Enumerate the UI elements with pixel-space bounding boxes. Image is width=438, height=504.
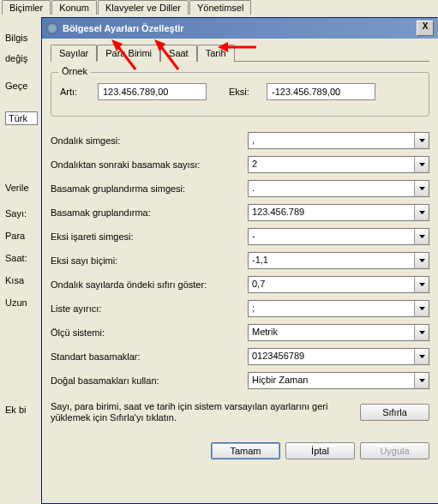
dialog-buttons: Tamam İptal Uygula <box>42 435 438 466</box>
dialog-title: Bölgesel Ayarları Özelleştir <box>63 23 184 33</box>
setting-label: Liste ayırıcı: <box>51 303 248 314</box>
bg-text: Bilgis <box>5 33 38 43</box>
bg-labels: Bilgis değiş Geçe Türk Verile Sayı: Para… <box>5 17 38 318</box>
chevron-down-icon[interactable] <box>414 349 429 364</box>
setting-label: Ölçü sistemi: <box>51 327 248 338</box>
chevron-down-icon[interactable] <box>414 301 429 316</box>
chevron-down-icon[interactable] <box>414 325 429 340</box>
setting-label: Eksi sayı biçimi: <box>51 255 248 266</box>
outer-tab-klavyeler[interactable]: Klavyeler ve Diller <box>98 0 189 15</box>
positive-label: Artı: <box>60 87 91 97</box>
combo-value: -1,1 <box>249 253 414 268</box>
svg-marker-0 <box>419 139 425 142</box>
positive-value: 123.456.789,00 <box>98 83 207 100</box>
svg-marker-9 <box>419 355 425 358</box>
svg-marker-8 <box>419 331 425 334</box>
example-fieldset: Örnek Artı: 123.456.789,00 Eksi: -123.45… <box>51 72 429 117</box>
standard-digits-combo[interactable]: 0123456789 <box>248 348 429 365</box>
combo-value: Hiçbir Zaman <box>249 373 414 388</box>
setting-label: Basamak gruplandırma: <box>51 207 248 218</box>
leading-zero-combo[interactable]: 0,7 <box>248 276 429 293</box>
bg-text: Kısa <box>5 275 38 285</box>
globe-icon <box>46 22 58 34</box>
bg-text: Ek bi <box>5 405 26 415</box>
ok-button[interactable]: Tamam <box>211 442 280 459</box>
grouping-symbol-combo[interactable]: . <box>248 180 429 197</box>
chevron-down-icon[interactable] <box>414 253 429 268</box>
cancel-button[interactable]: İptal <box>285 442 355 459</box>
apply-button[interactable]: Uygula <box>360 442 429 459</box>
setting-label: Basamak gruplandırma simgesi: <box>51 183 248 194</box>
customize-dialog: Bölgesel Ayarları Özelleştir X Sayılar P… <box>41 17 438 504</box>
bg-text: Verile <box>5 183 38 193</box>
combo-value: 0123456789 <box>249 349 414 364</box>
svg-marker-1 <box>419 163 425 166</box>
tab-saat[interactable]: Saat <box>160 45 197 62</box>
combo-value: , <box>249 133 414 148</box>
setting-label: Ondalık simgesi: <box>51 135 248 146</box>
inner-tabs: Sayılar Para Birimi Saat Tarih <box>51 44 429 62</box>
measurement-system-combo[interactable]: Metrik <box>248 324 429 341</box>
svg-marker-7 <box>419 307 425 310</box>
chevron-down-icon[interactable] <box>414 229 429 244</box>
chevron-down-icon[interactable] <box>414 373 429 388</box>
negative-label: Eksi: <box>229 87 260 97</box>
setting-label: Eksi işareti simgesi: <box>51 231 248 242</box>
example-legend: Örnek <box>58 66 91 76</box>
close-button[interactable]: X <box>417 21 434 36</box>
reset-note: Sayı, para birimi, saat ve tarih için si… <box>51 401 351 423</box>
tab-para-birimi[interactable]: Para Birimi <box>97 45 160 62</box>
chevron-down-icon[interactable] <box>414 157 429 172</box>
combo-value: Metrik <box>249 325 414 340</box>
bg-text: Geçe <box>5 81 38 91</box>
footer-note: Sayı, para birimi, saat ve tarih için si… <box>51 401 429 423</box>
negative-sign-combo[interactable]: - <box>248 228 429 245</box>
bg-text: değiş <box>5 53 38 63</box>
digit-grouping-combo[interactable]: 123.456.789 <box>248 204 429 221</box>
setting-label: Ondalıktan sonraki basamak sayısı: <box>51 159 248 170</box>
outer-tab-konum[interactable]: Konum <box>51 0 97 15</box>
svg-marker-10 <box>419 379 425 382</box>
svg-marker-3 <box>419 211 425 214</box>
tab-tarih[interactable]: Tarih <box>197 45 235 62</box>
chevron-down-icon[interactable] <box>414 277 429 292</box>
svg-marker-2 <box>419 187 425 190</box>
titlebar: Bölgesel Ayarları Özelleştir X <box>42 18 438 39</box>
decimal-symbol-combo[interactable]: , <box>248 132 429 149</box>
tab-sayilar[interactable]: Sayılar <box>51 45 97 62</box>
outer-tab-bicimler[interactable]: Biçimler <box>2 0 51 15</box>
outer-tab-yonetimsel[interactable]: Yönetimsel <box>189 0 251 15</box>
bg-text: Uzun <box>5 297 38 308</box>
combo-value: 123.456.789 <box>249 205 414 220</box>
svg-marker-4 <box>419 235 425 238</box>
bg-text: Para <box>5 231 38 241</box>
combo-value: ; <box>249 301 414 316</box>
bg-locale-select[interactable]: Türk <box>5 111 38 125</box>
combo-value: . <box>249 181 414 196</box>
decimal-digits-combo[interactable]: 2 <box>248 156 429 173</box>
native-digits-combo[interactable]: Hiçbir Zaman <box>248 372 429 389</box>
chevron-down-icon[interactable] <box>414 133 429 148</box>
setting-label: Doğal basamakları kullan: <box>51 375 248 386</box>
bg-text: Sayı: <box>5 208 38 219</box>
reset-button[interactable]: Sıfırla <box>360 404 429 421</box>
settings-list: Ondalık simgesi: , Ondalıktan sonraki ba… <box>51 132 429 389</box>
setting-label: Standart basamaklar: <box>51 351 248 362</box>
combo-value: 2 <box>249 157 414 172</box>
bg-text: Saat: <box>5 253 38 263</box>
setting-label: Ondalık sayılarda öndeki sıfırı göster: <box>51 279 248 290</box>
list-separator-combo[interactable]: ; <box>248 300 429 317</box>
negative-format-combo[interactable]: -1,1 <box>248 252 429 269</box>
combo-value: 0,7 <box>249 277 414 292</box>
outer-tabs: Biçimler Konum Klavyeler ve Diller Yönet… <box>0 0 438 15</box>
negative-value: -123.456.789,00 <box>267 83 375 100</box>
svg-marker-6 <box>419 283 425 286</box>
combo-value: - <box>249 229 414 244</box>
chevron-down-icon[interactable] <box>414 181 429 196</box>
chevron-down-icon[interactable] <box>414 205 429 220</box>
svg-marker-5 <box>419 259 425 262</box>
